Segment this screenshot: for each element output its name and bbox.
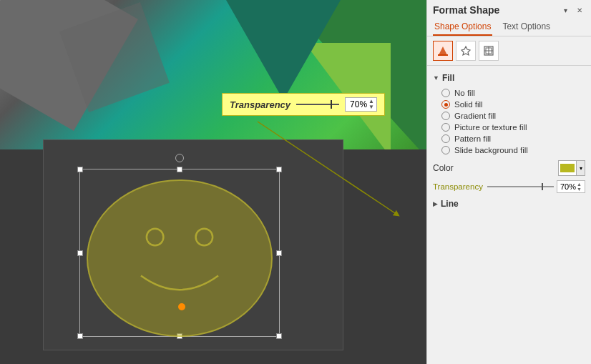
slide-background	[0, 0, 426, 157]
radio-pattern-fill[interactable]: Pattern fill	[441, 133, 585, 144]
close-button[interactable]: ✕	[574, 4, 585, 16]
tab-shape-options[interactable]: Shape Options	[433, 19, 492, 36]
value-spinner[interactable]: ▲ ▼	[368, 99, 374, 110]
panel-header: Format Shape ▾ ✕	[427, 0, 591, 19]
line-section-header: ▶ Line	[433, 199, 585, 209]
radio-solid-fill[interactable]: Solid fill	[441, 99, 585, 110]
line-section: ▶ Line	[433, 199, 585, 209]
radio-picture-fill[interactable]: Picture or texture fill	[441, 122, 585, 133]
orange-dot	[178, 303, 185, 310]
color-label: Color	[433, 163, 454, 173]
handle-top-left[interactable]	[77, 167, 83, 172]
color-dropdown-btn[interactable]: ▾	[577, 160, 585, 176]
transparency-row-panel: Transparency 70% ▲ ▼	[433, 179, 585, 195]
color-row: Color ▾	[433, 160, 585, 176]
triangle-dark	[226, 0, 341, 100]
radio-pattern-fill-label: Pattern fill	[454, 134, 491, 143]
effects-icon-btn[interactable]	[456, 41, 476, 61]
color-swatch	[560, 164, 575, 172]
radio-slide-bg-fill[interactable]: Slide background fill	[441, 144, 585, 156]
svg-point-1	[196, 229, 213, 246]
color-picker-group: ▾	[558, 160, 585, 176]
mini-spinner-up[interactable]: ▲	[577, 182, 582, 187]
radio-no-fill-label: No fill	[454, 89, 475, 97]
app-container: Transparency 70% ▲ ▼	[0, 0, 591, 364]
handle-top-right[interactable]	[276, 167, 282, 172]
fill-section-arrow[interactable]: ▼	[433, 74, 439, 82]
panel-title: Format Shape	[433, 4, 499, 16]
tooltip-slider	[296, 104, 339, 105]
color-swatch-btn[interactable]	[558, 160, 577, 176]
shape-container[interactable]	[43, 139, 343, 350]
radio-picture-fill-dot[interactable]	[441, 123, 450, 132]
rotate-handle[interactable]	[175, 154, 184, 162]
radio-picture-fill-label: Picture or texture fill	[454, 123, 527, 132]
transparency-tooltip: Transparency 70% ▲ ▼	[222, 93, 385, 116]
mini-slider-thumb[interactable]	[542, 183, 543, 190]
fill-options: No fill Solid fill Gradient fill Picture…	[441, 87, 585, 156]
smiley-shape[interactable]	[87, 179, 273, 337]
radio-gradient-fill-label: Gradient fill	[454, 112, 496, 120]
radio-slide-bg-fill-dot[interactable]	[441, 146, 450, 154]
fill-icon-btn[interactable]	[433, 41, 453, 61]
radio-solid-fill-label: Solid fill	[454, 100, 483, 109]
radio-gradient-fill[interactable]: Gradient fill	[441, 110, 585, 122]
radio-no-fill-dot[interactable]	[441, 89, 450, 97]
tooltip-value-text: 70%	[350, 99, 367, 109]
pin-button[interactable]: ▾	[560, 4, 571, 16]
radio-no-fill[interactable]: No fill	[441, 87, 585, 99]
handle-top-middle[interactable]	[177, 167, 182, 172]
panel-controls: ▾ ✕	[560, 4, 585, 16]
mini-value-box[interactable]: 70% ▲ ▼	[557, 180, 585, 193]
tab-text-options[interactable]: Text Options	[501, 19, 552, 36]
size-icon-btn[interactable]	[479, 41, 499, 61]
format-shape-panel: Format Shape ▾ ✕ Shape Options Text Opti…	[426, 0, 591, 364]
fill-section-title: Fill	[442, 73, 454, 83]
handle-bottom-right[interactable]	[276, 333, 282, 339]
handle-bottom-left[interactable]	[77, 333, 83, 339]
icon-bar	[427, 36, 591, 66]
slider-thumb[interactable]	[331, 100, 332, 109]
slider-track[interactable]	[296, 104, 339, 105]
handle-middle-left[interactable]	[77, 250, 83, 256]
fill-section-header: ▼ Fill	[433, 73, 585, 83]
panel-tabs: Shape Options Text Options	[427, 19, 591, 36]
handle-middle-right[interactable]	[276, 250, 282, 256]
svg-point-0	[147, 229, 164, 246]
mini-spinner-down[interactable]: ▼	[577, 187, 582, 192]
line-section-arrow[interactable]: ▶	[433, 200, 438, 207]
line-section-title: Line	[441, 199, 459, 209]
radio-pattern-fill-dot[interactable]	[441, 134, 450, 143]
spinner-down[interactable]: ▼	[368, 104, 374, 110]
radio-slide-bg-fill-label: Slide background fill	[454, 146, 528, 154]
panel-content: ▼ Fill No fill Solid fill Gradient fill	[427, 66, 591, 364]
canvas-area: Transparency 70% ▲ ▼	[0, 0, 426, 364]
radio-gradient-fill-dot[interactable]	[441, 112, 450, 120]
mini-spinner[interactable]: ▲ ▼	[577, 182, 582, 192]
tooltip-label: Transparency	[230, 99, 290, 110]
svg-rect-3	[438, 54, 448, 56]
radio-solid-fill-dot[interactable]	[441, 100, 450, 109]
svg-marker-4	[461, 46, 470, 55]
tooltip-value-box[interactable]: 70% ▲ ▼	[345, 97, 377, 112]
transparency-label-panel: Transparency	[433, 182, 484, 191]
mini-slider[interactable]	[487, 186, 554, 187]
mini-value-text: 70%	[560, 182, 576, 191]
